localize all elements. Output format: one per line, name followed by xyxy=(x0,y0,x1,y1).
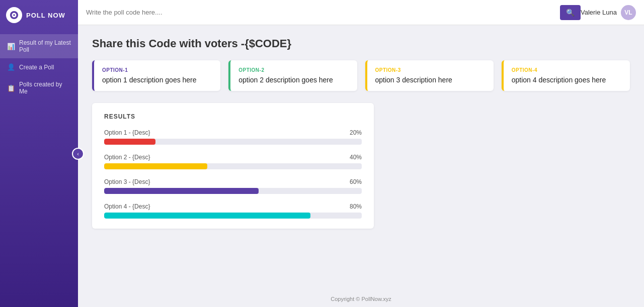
user-info: Valerie Luna VL xyxy=(581,5,636,20)
result-bar-fill xyxy=(104,163,207,169)
results-rows: Option 1 - {Desc} 20% Option 2 - {Desc} … xyxy=(104,129,362,219)
result-bar-track xyxy=(104,188,362,194)
result-row-header: Option 4 - {Desc} 80% xyxy=(104,203,362,210)
result-icon: 📊 xyxy=(7,43,15,50)
results-card: RESULTS Option 1 - {Desc} 20% Option 2 -… xyxy=(92,103,374,229)
option-label-1: OPTION-1 xyxy=(102,67,212,73)
option-label-3: OPTION-3 xyxy=(375,67,486,73)
header: 🔍 Valerie Luna VL xyxy=(78,0,644,25)
result-row: Option 4 - {Desc} 80% xyxy=(104,203,362,219)
sidebar-item-result-latest[interactable]: 📊 Result of my Latest Poll xyxy=(0,34,78,58)
result-percent: 40% xyxy=(350,154,362,161)
result-percent: 80% xyxy=(350,203,362,210)
results-title: RESULTS xyxy=(104,113,362,120)
content-area: Share this Code with voters -{$CODE} OPT… xyxy=(78,25,644,291)
result-label: Option 4 - {Desc} xyxy=(104,203,150,210)
option-card-3: OPTION-3 option 3 description here xyxy=(365,60,494,91)
option-label-2: OPTION-2 xyxy=(238,67,349,73)
svg-point-2 xyxy=(13,14,15,16)
options-grid: OPTION-1 option 1 description goes here … xyxy=(92,60,630,91)
sidebar-item-label-create: Create a Poll xyxy=(19,64,54,71)
result-bar-track xyxy=(104,213,362,219)
create-icon: 👤 xyxy=(7,63,15,71)
sidebar-item-label-result: Result of my Latest Poll xyxy=(19,39,71,53)
option-desc-3: option 3 description here xyxy=(375,76,486,84)
result-row-header: Option 3 - {Desc} 60% xyxy=(104,178,362,185)
search-icon: 🔍 xyxy=(566,9,575,17)
sidebar: POLL NOW 📊 Result of my Latest Poll 👤 Cr… xyxy=(0,0,78,307)
page-title: Share this Code with voters -{$CODE} xyxy=(92,37,630,50)
option-card-2: OPTION-2 option 2 description goes here xyxy=(228,60,357,91)
sidebar-logo: POLL NOW xyxy=(0,0,78,30)
result-row-header: Option 2 - {Desc} 40% xyxy=(104,154,362,161)
option-card-1: OPTION-1 option 1 description goes here xyxy=(92,60,220,91)
result-bar-fill xyxy=(104,213,310,219)
result-percent: 20% xyxy=(350,129,362,136)
result-label: Option 2 - {Desc} xyxy=(104,154,150,161)
result-bar-track xyxy=(104,139,362,145)
result-row: Option 2 - {Desc} 40% xyxy=(104,154,362,169)
logo-icon xyxy=(6,7,22,23)
option-desc-4: option 4 description goes here xyxy=(512,76,622,84)
sidebar-item-label-polls: Polls created by Me xyxy=(19,81,71,95)
result-label: Option 1 - {Desc} xyxy=(104,129,150,136)
result-row: Option 1 - {Desc} 20% xyxy=(104,129,362,145)
sidebar-item-create-poll[interactable]: 👤 Create a Poll xyxy=(0,58,78,76)
sidebar-item-polls-created[interactable]: 📋 Polls created by Me xyxy=(0,76,78,100)
footer: Copyright © PollNow.xyz xyxy=(78,291,644,307)
main-area: 🔍 Valerie Luna VL Share this Code with v… xyxy=(78,0,644,307)
result-bar-fill xyxy=(104,188,259,194)
result-bar-track xyxy=(104,163,362,169)
result-row-header: Option 1 - {Desc} 20% xyxy=(104,129,362,136)
option-card-4: OPTION-4 option 4 description goes here xyxy=(502,60,630,91)
result-percent: 60% xyxy=(350,178,362,185)
footer-text: Copyright © PollNow.xyz xyxy=(331,296,391,302)
app-name: POLL NOW xyxy=(26,12,65,19)
option-desc-1: option 1 description goes here xyxy=(102,76,212,84)
result-bar-fill xyxy=(104,139,155,145)
avatar: VL xyxy=(621,5,636,20)
search-input[interactable] xyxy=(86,9,560,16)
option-desc-2: option 2 description goes here xyxy=(238,76,349,84)
polls-icon: 📋 xyxy=(7,84,15,92)
user-name: Valerie Luna xyxy=(581,9,617,16)
search-button[interactable]: 🔍 xyxy=(560,5,581,20)
result-label: Option 3 - {Desc} xyxy=(104,178,150,185)
sidebar-nav: 📊 Result of my Latest Poll 👤 Create a Po… xyxy=(0,34,78,100)
sidebar-collapse-button[interactable]: ‹ xyxy=(72,148,84,160)
option-label-4: OPTION-4 xyxy=(512,67,622,73)
result-row: Option 3 - {Desc} 60% xyxy=(104,178,362,194)
